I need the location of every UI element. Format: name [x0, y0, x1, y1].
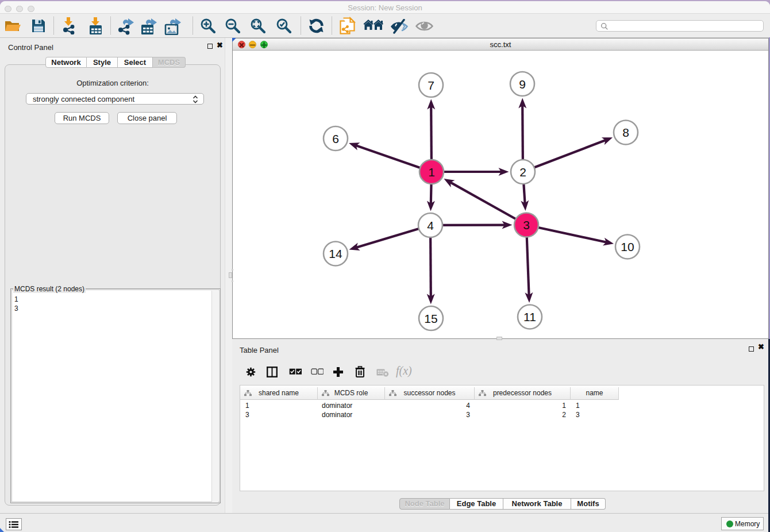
svg-text:15: 15	[424, 312, 437, 325]
svg-text:6: 6	[332, 132, 339, 145]
svg-text:3: 3	[523, 218, 530, 232]
svg-text:11: 11	[523, 310, 536, 323]
svg-text:9: 9	[519, 78, 526, 91]
svg-text:10: 10	[621, 240, 634, 253]
svg-text:7: 7	[428, 79, 434, 92]
svg-text:8: 8	[622, 126, 629, 139]
svg-text:2: 2	[519, 165, 526, 179]
svg-text:4: 4	[427, 219, 434, 232]
svg-text:14: 14	[329, 247, 342, 260]
svg-text:1: 1	[428, 165, 435, 179]
